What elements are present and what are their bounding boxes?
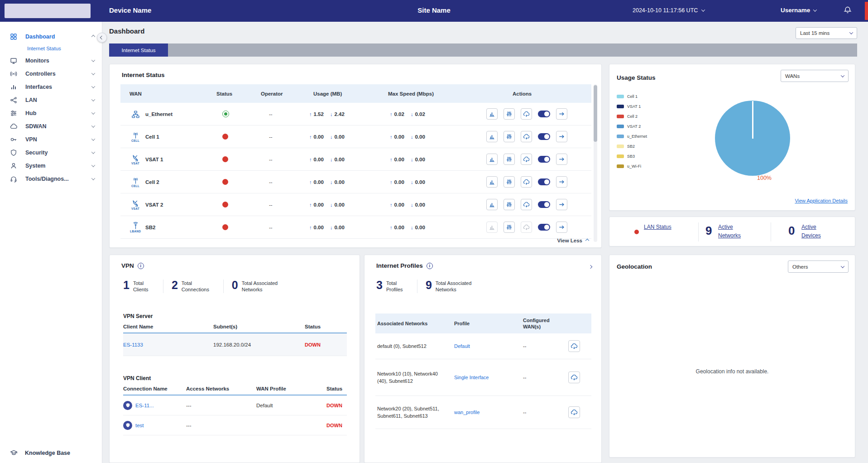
sidebar-item-sdwan[interactable]: SDWAN: [0, 120, 102, 133]
user-menu[interactable]: Username: [781, 7, 816, 14]
sidebar-item-system[interactable]: System: [0, 159, 102, 172]
sidebar-item-vpn[interactable]: VPN: [0, 133, 102, 146]
profile-link[interactable]: Single Interface: [454, 374, 489, 381]
knowledge-base-link[interactable]: Knowledge Base: [0, 449, 102, 457]
legend-item[interactable]: SB2: [617, 141, 647, 151]
wan-tune-button[interactable]: [504, 131, 515, 142]
info-icon[interactable]: [427, 263, 433, 269]
wan-tune-button[interactable]: [504, 222, 515, 233]
vpn-client-row: ES-11... --- Default DOWN: [123, 395, 347, 415]
profiles-next-button[interactable]: [586, 262, 595, 271]
tab-strip: Internet Status: [109, 43, 857, 57]
wan-tune-button[interactable]: [504, 154, 515, 165]
active-devices-link[interactable]: Active Devices: [801, 223, 830, 240]
legend-item[interactable]: u_Ethernet: [617, 131, 647, 141]
profiles-table-header: Associated Networks Profile Configured W…: [375, 313, 591, 333]
sidebar-item-security[interactable]: Security: [0, 146, 102, 159]
time-range-select[interactable]: Last 15 mins: [796, 27, 857, 39]
wan-enable-toggle[interactable]: [538, 201, 550, 208]
connection-name-link[interactable]: ES-11...: [135, 403, 154, 408]
table-scrollbar-thumb[interactable]: [594, 85, 597, 142]
datetime-dropdown[interactable]: 2024-10-10 11:17:56 UTC: [633, 7, 705, 14]
view-application-details-link[interactable]: View Application Details: [795, 198, 848, 203]
sidebar-item-hub[interactable]: Hub: [0, 106, 102, 120]
wan-details-button[interactable]: [556, 199, 567, 210]
wan-details-button[interactable]: [556, 154, 567, 165]
subnet-value: 192.168.20.0/24: [213, 342, 305, 347]
wan-details-button[interactable]: [556, 131, 567, 142]
legend-item[interactable]: u_Wi-Fi: [617, 161, 647, 171]
wan-tune-button[interactable]: [504, 199, 515, 210]
geolocation-filter-select[interactable]: Others: [788, 260, 849, 273]
profile-link[interactable]: wan_profile: [454, 409, 480, 416]
table-scrollbar[interactable]: [594, 84, 597, 242]
view-less-toggle[interactable]: View Less: [557, 238, 589, 243]
wan-enable-toggle[interactable]: [538, 156, 550, 163]
legend-item[interactable]: SB3: [617, 151, 647, 161]
status-badge: DOWN: [305, 342, 321, 347]
download-arrow-icon: [330, 157, 333, 162]
wan-cloud-sync-button[interactable]: [521, 131, 532, 142]
legend-item[interactable]: VSAT 2: [617, 121, 647, 131]
wan-cloud-sync-button[interactable]: [521, 222, 532, 233]
wan-details-button[interactable]: [556, 222, 567, 233]
profile-cloud-sync-button[interactable]: [568, 371, 580, 383]
wan-enable-toggle[interactable]: [538, 178, 550, 185]
sidebar-item-internet-status[interactable]: Internet Status: [0, 43, 102, 54]
tab-internet-status[interactable]: Internet Status: [109, 43, 168, 57]
wan-enable-toggle[interactable]: [538, 133, 550, 140]
connection-name-link[interactable]: test: [135, 423, 144, 428]
sidebar-item-monitors[interactable]: Monitors: [0, 54, 102, 67]
vpn-server-table-header: Client Name Subnet(s) Status: [123, 321, 347, 333]
wan-chart-button[interactable]: [486, 154, 498, 165]
legend-swatch: [617, 154, 624, 158]
page-title: Dashboard: [109, 27, 144, 35]
sidebar-item-label: Monitors: [25, 58, 92, 64]
upload-arrow-icon: [390, 111, 393, 117]
profile-cloud-sync-button[interactable]: [568, 340, 580, 352]
wan-cloud-sync-button[interactable]: [521, 176, 532, 188]
wan-enable-toggle[interactable]: [538, 224, 550, 231]
wan-enable-toggle[interactable]: [538, 111, 550, 117]
geolocation-empty-message: Geolocation info not available.: [609, 368, 855, 375]
wan-tune-button[interactable]: [504, 176, 515, 188]
wan-details-button[interactable]: [556, 176, 567, 188]
sidebar-collapse-button[interactable]: [97, 33, 107, 43]
wan-chart-button[interactable]: [486, 131, 498, 142]
pie-legend: Cell 1 VSAT 1 Cell 2 VSAT 2 u_Ethernet S…: [617, 92, 647, 171]
info-icon[interactable]: [138, 263, 144, 269]
monitor-icon: [10, 57, 17, 64]
download-arrow-icon: [411, 111, 413, 117]
legend-item[interactable]: Cell 2: [617, 111, 647, 121]
legend-item[interactable]: Cell 1: [617, 92, 647, 101]
sidebar-item-tools-diagnostics[interactable]: Tools/Diagnos...: [0, 172, 102, 185]
stat-value: 2: [172, 280, 178, 293]
sidebar-item-controllers[interactable]: Controllers: [0, 67, 102, 80]
wan-chart-button[interactable]: [486, 176, 498, 188]
sidebar-item-interfaces[interactable]: Interfaces: [0, 80, 102, 93]
sidebar-item-lan[interactable]: LAN: [0, 93, 102, 106]
vpn-client-name-link[interactable]: ES-1133: [123, 342, 143, 347]
wan-cloud-sync-button[interactable]: [521, 154, 532, 165]
topbar-right-accent: [865, 2, 868, 20]
bar-chart-icon: [10, 83, 17, 91]
usage-filter-select[interactable]: WANs: [781, 70, 849, 82]
legend-item[interactable]: VSAT 1: [617, 101, 647, 111]
profile-cloud-sync-button[interactable]: [568, 406, 580, 418]
wan-tune-button[interactable]: [504, 108, 515, 120]
upload-arrow-icon: [309, 202, 312, 207]
wan-chart-button[interactable]: [486, 222, 498, 233]
wan-details-button[interactable]: [556, 108, 567, 120]
profile-link[interactable]: Default: [454, 342, 470, 350]
wan-chart-button[interactable]: [486, 199, 498, 210]
chevron-down-icon: [841, 73, 844, 77]
notifications-bell-icon[interactable]: [843, 6, 852, 15]
lan-status-link[interactable]: LAN Status: [644, 223, 672, 232]
active-networks-link[interactable]: Active Networks: [718, 223, 751, 240]
speed-up-value: 0.00: [394, 157, 404, 162]
wan-cloud-sync-button[interactable]: [521, 199, 532, 210]
sidebar-item-dashboard[interactable]: Dashboard: [0, 30, 102, 43]
wan-cloud-sync-button[interactable]: [521, 108, 532, 120]
card-title: Geolocation: [617, 263, 652, 270]
wan-chart-button[interactable]: [486, 108, 498, 120]
